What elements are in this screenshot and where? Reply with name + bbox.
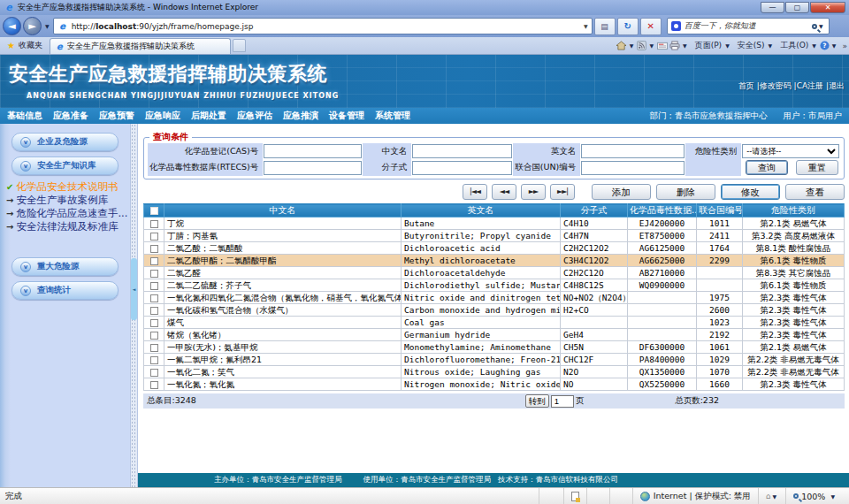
row-checkbox[interactable] <box>150 270 158 278</box>
sidebar-item[interactable]: →安全法律法规及标准库 <box>6 220 130 233</box>
table-row[interactable]: 二氯乙酸；二氯醋酸 Dichloroacetic acid C2H2C12O2 … <box>144 242 845 255</box>
header-link[interactable]: |修改密码 <box>754 81 792 90</box>
delete-button[interactable]: 删除 <box>656 184 715 200</box>
overflow-chevron-icon[interactable]: » <box>842 42 846 50</box>
status-protected-icon[interactable]: ⌂▼ <box>758 488 785 504</box>
stop-button[interactable]: ✕ <box>640 18 662 35</box>
nav-item[interactable]: 应急预警 <box>99 111 134 120</box>
home-button[interactable]: ▼ <box>616 41 636 50</box>
row-checkbox[interactable] <box>150 220 158 228</box>
table-row[interactable]: 一氟二氯甲烷；氟利昂21 Dichlorofluoromethane; Freo… <box>144 354 845 366</box>
minimize-button[interactable]: — <box>761 2 784 13</box>
read-mail-button[interactable] <box>657 42 668 50</box>
table-row[interactable]: 一甲胺(无水)；氨基甲烷 Monomethylamine; Aminometha… <box>144 341 845 354</box>
table-row[interactable]: 二氯二乙硫醚；芥子气 Dichlorodiethyl sulfide; Must… <box>144 279 845 292</box>
menu-tools[interactable]: 工具(O)▼ <box>780 40 818 51</box>
row-checkbox[interactable] <box>150 332 158 340</box>
search-input[interactable]: 百度一下，你就知道 ▼ <box>667 18 830 34</box>
pager-button-3[interactable]: ►►| <box>550 184 575 200</box>
pager-button-2[interactable]: ►► <box>521 184 546 200</box>
sidebar-item[interactable]: ✔化学品安全技术说明书 <box>6 180 130 194</box>
column-header[interactable]: 英文名 <box>402 204 561 218</box>
feeds-button[interactable]: ▼ <box>637 41 655 50</box>
row-checkbox[interactable] <box>150 257 158 265</box>
row-checkbox[interactable] <box>150 233 158 241</box>
table-row[interactable]: 一氧化碳和氢气混合物（水煤气） Carbon monoxide and hydr… <box>144 304 845 317</box>
nav-item[interactable]: 应急评估 <box>237 111 272 120</box>
view-button[interactable]: 查看 <box>785 184 845 200</box>
column-header[interactable]: 化学品毒性数据... <box>628 204 697 218</box>
history-dropdown-icon[interactable]: ▼ <box>45 23 50 29</box>
table-row[interactable]: 一氧化氮和四氧化二氮混合物（氮氧化物，硝基气，氧化氮气体） Nitric oxi… <box>144 292 845 304</box>
nav-item[interactable]: 基础信息 <box>7 111 42 120</box>
sidebar-item[interactable]: →安全生产事故案例库 <box>6 194 130 207</box>
page-number-input[interactable] <box>551 395 574 408</box>
refresh-button[interactable]: ↻ <box>617 18 639 35</box>
modify-button[interactable]: 修改 <box>721 184 780 200</box>
en-input[interactable] <box>581 144 685 158</box>
column-header[interactable]: 危险性类别 <box>743 204 845 218</box>
column-header[interactable]: 中文名 <box>164 204 402 218</box>
print-button[interactable]: ▼ <box>669 41 689 50</box>
row-checkbox[interactable] <box>150 344 158 352</box>
table-row[interactable]: 二氯乙酸甲酯；二氯醋酸甲酯 Methyl dichloroacetate C3H… <box>144 255 845 267</box>
search-button[interactable]: 查询 <box>746 160 788 175</box>
favorites-button[interactable]: ★ 收藏夹 <box>0 37 50 54</box>
header-link[interactable]: |退出 <box>823 81 845 90</box>
nav-item[interactable]: 应急推演 <box>283 111 318 120</box>
maximize-button[interactable]: ▢ <box>785 2 809 13</box>
row-checkbox[interactable] <box>150 282 158 290</box>
header-link[interactable]: 首页 <box>738 81 754 90</box>
cas-input[interactable] <box>264 144 362 158</box>
goto-button[interactable]: 转到 <box>525 394 549 408</box>
column-header[interactable]: 联合国编号 <box>697 204 743 218</box>
nav-item[interactable]: 应急准备 <box>53 111 88 120</box>
cn-input[interactable] <box>412 144 512 158</box>
nav-item[interactable]: 后期处置 <box>191 111 226 120</box>
menu-safety[interactable]: 安全(S)▼ <box>738 40 774 51</box>
url-dropdown-icon[interactable]: ▼ <box>584 23 588 29</box>
un-input[interactable] <box>581 161 685 175</box>
help-button[interactable]: ?▼ <box>820 41 838 50</box>
row-checkbox[interactable] <box>150 381 158 389</box>
menu-page[interactable]: 页面(P)▼ <box>695 40 731 51</box>
table-row[interactable]: 一氧化氮；氧化氮 Nitrogen monoxide; Nitric oxide… <box>144 378 845 391</box>
row-checkbox[interactable] <box>150 245 158 253</box>
url-input[interactable]: http://localhost:90/yjzh/frame/homepage.… <box>53 18 593 34</box>
sidebar-splitter[interactable]: ◄ <box>130 124 138 487</box>
sidebar-group-knowledge[interactable]: v安全生产知识库 <box>11 157 119 175</box>
sidebar-group-stats[interactable]: v查询统计 <box>11 281 119 300</box>
hazard-select[interactable]: --请选择-- <box>742 144 839 158</box>
rtecs-input[interactable] <box>264 161 362 175</box>
search-icon[interactable] <box>812 24 817 29</box>
row-checkbox[interactable] <box>150 307 158 315</box>
header-link[interactable]: |CA注册 <box>792 81 823 90</box>
table-row[interactable]: 一氧化二氮；笑气 Nitrous oxide; Laughing gas N2O… <box>144 366 845 378</box>
forward-button[interactable]: ► <box>23 17 42 35</box>
row-checkbox[interactable] <box>150 369 158 377</box>
sidebar-item[interactable]: →危险化学品应急速查手... <box>6 207 130 220</box>
compatibility-button[interactable]: ▤ <box>594 18 616 35</box>
nav-item[interactable]: 系统管理 <box>375 111 410 120</box>
close-button[interactable]: ✕ <box>810 2 845 13</box>
pager-button-1[interactable]: ◄◄ <box>492 184 516 200</box>
table-row[interactable]: 煤气 Coal gas 1023 第2.3类 毒性气体 <box>144 317 845 329</box>
add-button[interactable]: 添加 <box>592 184 651 200</box>
table-row[interactable]: 丁腈；丙基氰 Butyronitrile; Propyl cyanide C4H… <box>144 230 845 242</box>
table-row[interactable]: 锗烷（氢化锗） Germanium hydride GeH4 2192 第2.3… <box>144 329 845 341</box>
sidebar-group-hazard[interactable]: v重大危险源 <box>11 257 119 276</box>
row-checkbox[interactable] <box>150 356 158 364</box>
table-row[interactable]: 丁烷 Butane C4H10 EJ4200000 1011 第2.1类 易燃气… <box>144 218 845 230</box>
reset-button[interactable]: 重置 <box>796 160 838 175</box>
table-row[interactable]: 二氯乙醛 Dichloroacetaldehyde C2H2C12O AB271… <box>144 267 845 279</box>
nav-item[interactable]: 设备管理 <box>329 111 364 120</box>
column-header[interactable]: 分子式 <box>561 204 628 218</box>
pager-button-0[interactable]: |◄◄ <box>463 184 487 200</box>
zoom-control[interactable]: 100% ▼ <box>785 488 844 504</box>
back-button[interactable]: ◄ <box>3 17 21 35</box>
sidebar-group-enterprise[interactable]: v企业及危险源 <box>11 133 119 151</box>
nav-item[interactable]: 应急响应 <box>145 111 180 120</box>
row-checkbox[interactable] <box>150 294 158 302</box>
select-all-checkbox[interactable] <box>144 204 164 218</box>
formula-input[interactable] <box>412 161 512 175</box>
